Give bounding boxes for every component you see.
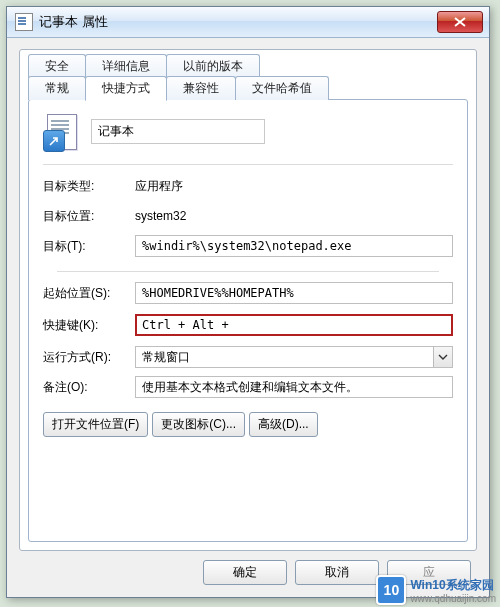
label-target-type: 目标类型: <box>43 178 135 195</box>
brand-icon: 10 <box>376 575 406 605</box>
close-icon <box>454 17 466 27</box>
cancel-button[interactable]: 取消 <box>295 560 379 585</box>
label-start-in: 起始位置(S): <box>43 285 135 302</box>
tab-compatibility[interactable]: 兼容性 <box>166 76 236 100</box>
label-shortcut-key: 快捷键(K): <box>43 317 135 334</box>
shortcut-tab-content: 记事本 目标类型: 应用程序 目标位置: system32 目标(T): %wi… <box>28 99 468 542</box>
open-file-location-button[interactable]: 打开文件位置(F) <box>43 412 148 437</box>
label-comment: 备注(O): <box>43 379 135 396</box>
brand-text-block: Win10系统家园 www.qdhuaijin.com <box>410 577 496 604</box>
row-target: 目标(T): %windir%\system32\notepad.exe <box>43 231 453 261</box>
window-title: 记事本 属性 <box>39 13 108 31</box>
select-run-mode[interactable]: 常规窗口 <box>135 346 453 368</box>
tab-details[interactable]: 详细信息 <box>85 54 167 78</box>
separator <box>43 164 453 165</box>
tab-general[interactable]: 常规 <box>28 76 86 100</box>
label-run-mode: 运行方式(R): <box>43 349 135 366</box>
shortcut-arrow-icon <box>48 135 60 147</box>
separator <box>57 271 439 272</box>
button-row: 打开文件位置(F) 更改图标(C)... 高级(D)... <box>29 402 467 437</box>
brand-title: Win10系统家园 <box>410 577 496 594</box>
row-target-location: 目标位置: system32 <box>43 201 453 231</box>
chevron-down-icon <box>433 347 452 367</box>
titlebar[interactable]: 记事本 属性 <box>7 7 489 38</box>
value-target-type: 应用程序 <box>135 178 183 195</box>
app-name-field[interactable]: 记事本 <box>91 119 265 144</box>
tab-file-hashes[interactable]: 文件哈希值 <box>235 76 329 100</box>
watermark: 10 Win10系统家园 www.qdhuaijin.com <box>376 575 496 605</box>
notepad-titlebar-icon <box>15 13 33 31</box>
tab-previous-versions[interactable]: 以前的版本 <box>166 54 260 78</box>
input-comment[interactable]: 使用基本文本格式创建和编辑文本文件。 <box>135 376 453 398</box>
app-header: 记事本 <box>29 100 467 158</box>
tab-security[interactable]: 安全 <box>28 54 86 78</box>
row-start-in: 起始位置(S): %HOMEDRIVE%%HOMEPATH% <box>43 278 453 308</box>
input-target[interactable]: %windir%\system32\notepad.exe <box>135 235 453 257</box>
value-target-location: system32 <box>135 209 186 223</box>
notepad-shortcut-icon <box>43 110 79 152</box>
form-area: 目标类型: 应用程序 目标位置: system32 目标(T): %windir… <box>29 171 467 402</box>
select-run-mode-value: 常规窗口 <box>142 350 190 364</box>
close-button[interactable] <box>437 11 483 33</box>
advanced-button[interactable]: 高级(D)... <box>249 412 318 437</box>
brand-url: www.qdhuaijin.com <box>410 594 496 604</box>
label-target: 目标(T): <box>43 238 135 255</box>
tab-row-back: 安全 详细信息 以前的版本 <box>28 56 468 78</box>
label-target-location: 目标位置: <box>43 208 135 225</box>
row-shortcut-key: 快捷键(K): Ctrl + Alt + <box>43 308 453 342</box>
tab-row-front: 常规 快捷方式 兼容性 文件哈希值 <box>28 78 468 100</box>
ok-button[interactable]: 确定 <box>203 560 287 585</box>
tab-panel: 安全 详细信息 以前的版本 常规 快捷方式 兼容性 文件哈希值 记事 <box>19 49 477 551</box>
tab-shortcut[interactable]: 快捷方式 <box>85 76 167 101</box>
input-start-in[interactable]: %HOMEDRIVE%%HOMEPATH% <box>135 282 453 304</box>
row-target-type: 目标类型: 应用程序 <box>43 171 453 201</box>
properties-dialog: 记事本 属性 安全 详细信息 以前的版本 常规 快捷方式 兼容性 文件哈希值 <box>6 6 490 598</box>
row-run-mode: 运行方式(R): 常规窗口 <box>43 342 453 372</box>
change-icon-button[interactable]: 更改图标(C)... <box>152 412 245 437</box>
row-comment: 备注(O): 使用基本文本格式创建和编辑文本文件。 <box>43 372 453 402</box>
input-shortcut-key[interactable]: Ctrl + Alt + <box>135 314 453 336</box>
